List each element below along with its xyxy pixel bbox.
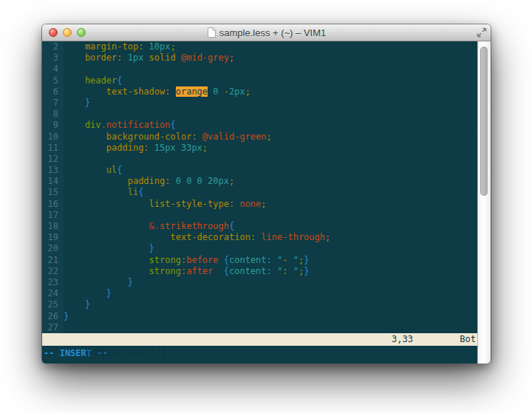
code-line[interactable]: 20 } <box>42 243 477 254</box>
code-token: } <box>64 243 154 253</box>
code-token: " <box>272 266 282 276</box>
line-number: 27 <box>42 322 64 333</box>
highlighted-token: orange <box>176 86 208 97</box>
code-token: strikethrough <box>160 221 229 231</box>
code-token: " <box>293 255 299 265</box>
code-token: background-color: <box>64 132 197 142</box>
code-token: { <box>171 120 176 130</box>
code-text: &.strikethrough{ <box>64 221 234 232</box>
code-line[interactable]: 22 strong:after {content: ": ";} <box>42 266 477 277</box>
line-number: 21 <box>42 255 64 266</box>
code-token: . <box>101 120 106 130</box>
code-token: margin-top: <box>64 41 143 52</box>
line-number: 19 <box>42 232 64 243</box>
code-line[interactable]: 7 } <box>42 98 477 109</box>
code-line[interactable]: 14 padding: 0 0 0 20px; <box>42 176 477 187</box>
code-token: } <box>64 98 90 108</box>
code-token: content: <box>229 266 272 276</box>
code-token: " <box>293 266 299 276</box>
code-token: } <box>64 288 112 298</box>
vim-window: sample.less + (~) – VIM1 2 margin-top: 1… <box>42 24 491 363</box>
line-number: 8 <box>42 109 64 120</box>
code-line[interactable]: 21 strong:before {content: "- ";} <box>42 255 477 266</box>
code-token: border: <box>64 52 122 63</box>
code-line[interactable]: 9 div.notification{ <box>42 120 477 131</box>
code-token: line-through <box>256 232 325 242</box>
code-text: margin-top: 10px; <box>64 41 176 52</box>
code-line[interactable]: 2 margin-top: 10px; <box>42 41 477 52</box>
code-text: border: 1px solid @mid-grey; <box>64 52 234 64</box>
code-token: ; <box>202 143 208 153</box>
code-token: ; <box>267 132 272 142</box>
code-line[interactable]: 3 border: 1px solid @mid-grey; <box>42 52 477 64</box>
code-text: } <box>64 243 154 254</box>
code-line[interactable]: 11 padding: 15px 33px; <box>42 143 477 154</box>
code-token: 0 0 0 20px <box>171 176 229 186</box>
code-text: padding: 15px 33px; <box>64 143 208 154</box>
code-line[interactable]: 13 ul{ <box>42 165 477 176</box>
resize-icon[interactable] <box>477 27 487 38</box>
code-token: header <box>64 75 117 86</box>
code-line[interactable]: 6 text-shadow: orange 0 -2px; <box>42 86 477 98</box>
scrollbar-thumb[interactable] <box>480 47 488 196</box>
line-number: 4 <box>42 64 64 75</box>
code-text: header{ <box>64 75 122 86</box>
code-token: 10px <box>143 41 170 52</box>
code-token: solid <box>143 52 181 63</box>
window-body: 2 margin-top: 10px;3 border: 1px solid @… <box>42 41 491 363</box>
document-icon <box>207 27 216 38</box>
code-token: before <box>186 255 218 265</box>
code-text: strong:before {content: "- ";} <box>64 255 309 266</box>
titlebar[interactable]: sample.less + (~) – VIM1 <box>42 24 491 41</box>
code-token: ; <box>245 86 250 97</box>
code-line[interactable]: 17 <box>42 210 477 221</box>
zoom-button[interactable] <box>77 28 86 37</box>
code-text: list-style-type: none; <box>64 199 267 210</box>
code-line[interactable]: 4 <box>42 64 477 75</box>
code-token: { <box>213 266 229 276</box>
code-line[interactable]: 12 <box>42 154 477 165</box>
status-cursor-position: 3,33 <box>392 333 413 346</box>
line-number: 6 <box>42 86 64 98</box>
code-line[interactable]: 16 list-style-type: none; <box>42 199 477 210</box>
code-text: strong:after {content: ": ";} <box>64 266 309 277</box>
code-token: } <box>64 311 69 321</box>
code-line[interactable]: 25 } <box>42 299 477 310</box>
code-token: ; <box>229 176 234 186</box>
code-token: ; <box>325 232 330 242</box>
code-line[interactable]: 27 <box>42 322 477 333</box>
code-text: ul{ <box>64 165 122 176</box>
code-text: } <box>64 299 90 310</box>
code-line[interactable]: 15 li{ <box>42 187 477 198</box>
line-number: 2 <box>42 41 64 52</box>
line-number: 24 <box>42 288 64 299</box>
close-button[interactable] <box>49 28 58 37</box>
code-line[interactable]: 19 text-decoration: line-through; <box>42 232 477 243</box>
line-number: 11 <box>42 143 64 154</box>
code-line[interactable]: 10 background-color: @valid-green; <box>42 132 477 143</box>
code-line[interactable]: 24 } <box>42 288 477 299</box>
code-text: li{ <box>64 187 143 198</box>
code-token: { <box>117 75 122 86</box>
code-token: { <box>229 221 234 231</box>
minimize-button[interactable] <box>63 28 72 37</box>
code-line[interactable]: 18 &.strikethrough{ <box>42 221 477 232</box>
line-number: 9 <box>42 120 64 131</box>
line-number: 25 <box>42 299 64 310</box>
traffic-lights <box>49 28 86 37</box>
scrollbar[interactable] <box>477 41 491 363</box>
code-text: background-color: @valid-green; <box>64 132 272 143</box>
code-text: div.notification{ <box>64 120 176 131</box>
code-area[interactable]: 2 margin-top: 10px;3 border: 1px solid @… <box>42 41 477 333</box>
code-text: } <box>64 311 69 322</box>
code-token: @mid-grey <box>181 52 229 63</box>
code-token: padding: <box>64 143 149 153</box>
code-token: ; <box>171 41 176 52</box>
code-line[interactable]: 5 header{ <box>42 75 477 86</box>
line-number: 12 <box>42 154 64 165</box>
line-number: 20 <box>42 243 64 254</box>
code-line[interactable]: 26} <box>42 311 477 322</box>
code-line[interactable]: 23 } <box>42 277 477 288</box>
code-token: ; <box>261 199 266 209</box>
code-line[interactable]: 8 <box>42 109 477 120</box>
